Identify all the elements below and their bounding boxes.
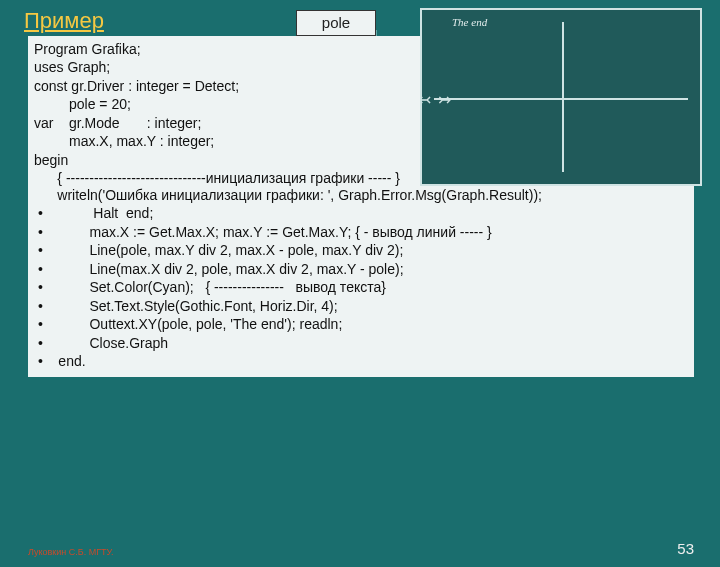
- code-line: • Line(pole, max.Y div 2, max.X - pole, …: [34, 241, 688, 259]
- footer: Луковкин С.Б. МГТУ. 53: [28, 540, 694, 557]
- graphic-output-window: The end ↢ ↣: [420, 8, 702, 186]
- code-line: max.X, max.Y : integer;: [34, 132, 414, 150]
- footer-page-number: 53: [677, 540, 694, 557]
- code-line: begin: [34, 151, 414, 169]
- arrow-right-icon: ↣: [438, 90, 451, 109]
- code-line: const gr.Driver : integer = Detect;: [34, 77, 414, 95]
- code-block-bottom: writeln('Ошибка инициализации графики: '…: [28, 186, 694, 377]
- code-line: uses Graph;: [34, 58, 414, 76]
- code-line: pole = 20;: [34, 95, 414, 113]
- axis-horizontal: [434, 98, 688, 100]
- code-line: • end.: [34, 352, 688, 370]
- code-line: • Line(max.X div 2, pole, max.X div 2, m…: [34, 260, 688, 278]
- pole-label-box: pole: [296, 10, 376, 36]
- code-line: • max.X := Get.Max.X; max.Y := Get.Max.Y…: [34, 223, 688, 241]
- code-line: • Set.Color(Cyan); { --------------- выв…: [34, 278, 688, 296]
- graphic-output-text: The end: [452, 16, 487, 28]
- code-line: var gr.Mode : integer;: [34, 114, 414, 132]
- code-line: • Outtext.XY(pole, pole, 'The end'); rea…: [34, 315, 688, 333]
- code-line: writeln('Ошибка инициализации графики: '…: [34, 186, 688, 204]
- code-line: Program Grafika;: [34, 40, 414, 58]
- code-line: • Set.Text.Style(Gothic.Font, Horiz.Dir,…: [34, 297, 688, 315]
- code-line: • Halt end;: [34, 204, 688, 222]
- code-line: { ------------------------------инициали…: [34, 169, 414, 187]
- footer-author: Луковкин С.Б. МГТУ.: [28, 547, 114, 557]
- axis-vertical: [562, 22, 564, 172]
- code-line: • Close.Graph: [34, 334, 688, 352]
- slide-title: Пример: [24, 8, 104, 34]
